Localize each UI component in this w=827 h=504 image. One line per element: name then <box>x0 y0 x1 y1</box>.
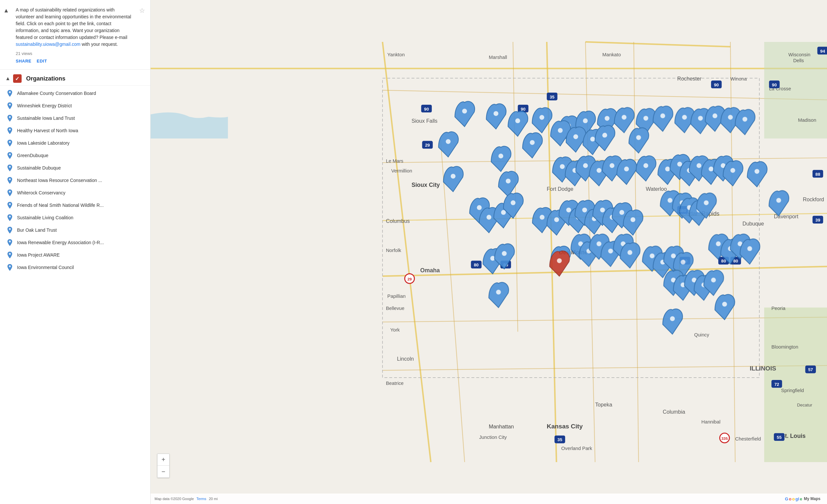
map-container[interactable]: Sioux Falls Yankton Sioux City Marshall … <box>151 0 827 504</box>
org-list-item[interactable]: Friends of Neal Smith National Wildlife … <box>0 199 150 211</box>
svg-text:94: 94 <box>820 49 825 54</box>
svg-point-196 <box>671 253 676 258</box>
svg-text:88: 88 <box>816 172 820 177</box>
svg-text:Norfolk: Norfolk <box>386 248 401 253</box>
svg-point-153 <box>665 166 670 171</box>
svg-text:St. Louis: St. Louis <box>781 433 806 439</box>
edit-link[interactable]: EDIT <box>37 59 47 63</box>
svg-point-192 <box>502 251 507 256</box>
svg-text:Papillian: Papillian <box>387 294 406 299</box>
org-list-item[interactable]: Allamakee County Conservation Board <box>0 87 150 99</box>
svg-point-170 <box>510 200 515 205</box>
svg-point-7 <box>9 179 11 180</box>
svg-point-162 <box>668 198 673 203</box>
org-list-item[interactable]: Sustainable Iowa Land Trust <box>0 112 150 124</box>
svg-point-180 <box>630 217 635 222</box>
svg-text:Dells: Dells <box>793 58 804 63</box>
svg-text:Beatrice: Beatrice <box>386 381 404 386</box>
svg-text:Yankton: Yankton <box>387 52 405 57</box>
google-logo: Google My Maps <box>785 497 820 501</box>
org-list-item[interactable]: GreenDubuque <box>0 149 150 162</box>
google-e-letter: e <box>800 497 802 501</box>
org-list-item[interactable]: Iowa Renewable Energy Association (I-R..… <box>0 236 150 249</box>
svg-text:Hannibal: Hannibal <box>701 419 720 424</box>
svg-text:Wisconsin: Wisconsin <box>788 52 810 57</box>
org-list-item[interactable]: Iowa Lakeside Laboratory <box>0 137 150 149</box>
svg-point-126 <box>583 118 588 123</box>
org-list-item[interactable]: Sustainable Dubuque <box>0 162 150 174</box>
org-name-label: Healthy Harvest of North Iowa <box>17 128 78 133</box>
svg-point-172 <box>554 217 559 222</box>
svg-point-205 <box>496 290 501 295</box>
views-count: 21 views <box>16 51 144 56</box>
svg-text:Columbus: Columbus <box>386 218 410 224</box>
collapse-button[interactable]: ▲ <box>3 7 9 14</box>
org-list-item[interactable]: Healthy Harvest of North Iowa <box>0 124 150 137</box>
svg-point-197 <box>681 260 686 265</box>
favorite-button[interactable]: ☆ <box>139 7 145 14</box>
org-list-item[interactable]: Whiterock Conservancy <box>0 187 150 199</box>
distance-label: 20 mi <box>209 497 218 501</box>
org-list-item[interactable]: Iowa Environmental Council <box>0 261 150 273</box>
org-name-label: Iowa Lakeside Laboratory <box>17 140 69 146</box>
svg-point-5 <box>9 153 11 155</box>
svg-text:Waterloo: Waterloo <box>646 186 667 192</box>
share-link[interactable]: SHARE <box>16 59 32 63</box>
sidebar-header: ▲ ☆ A map of sustainability related orga… <box>0 0 150 70</box>
location-pin-icon <box>7 227 13 233</box>
svg-text:Decatur: Decatur <box>797 403 813 407</box>
svg-text:Rockford: Rockford <box>803 196 824 202</box>
location-pin-icon <box>7 127 13 134</box>
org-list-item[interactable]: Northeast Iowa Resource Conservation ... <box>0 174 150 187</box>
google-gl-letter: gl <box>795 497 799 501</box>
svg-point-135 <box>742 117 747 122</box>
section-collapse-button[interactable]: ▲ <box>5 75 10 82</box>
organizations-section: ▲ Organizations Allamakee County Conserv… <box>0 70 150 275</box>
svg-text:29: 29 <box>425 143 430 148</box>
location-pin-icon <box>7 90 13 97</box>
svg-point-171 <box>540 215 544 219</box>
svg-point-12 <box>9 241 11 243</box>
svg-point-139 <box>558 128 563 133</box>
svg-point-134 <box>728 115 733 120</box>
map-data-text: Map data ©2020 Google <box>154 497 194 501</box>
location-pin-icon <box>7 140 13 146</box>
google-o1-letter: o <box>789 497 792 501</box>
svg-point-137 <box>499 153 503 158</box>
svg-point-202 <box>711 278 716 283</box>
svg-text:Kansas City: Kansas City <box>547 423 583 430</box>
svg-point-177 <box>600 207 605 212</box>
org-list-item[interactable]: Iowa Project AWARE <box>0 249 150 261</box>
org-list-item[interactable]: Sustainable Living Coalition <box>0 211 150 224</box>
map-background: Sioux Falls Yankton Sioux City Marshall … <box>151 0 827 504</box>
svg-text:72: 72 <box>774 382 779 387</box>
org-name-label: Allamakee County Conservation Board <box>17 91 96 96</box>
svg-text:39: 39 <box>816 218 820 222</box>
svg-text:80: 80 <box>733 259 738 263</box>
org-list-item[interactable]: Winneshiek Energy District <box>0 99 150 112</box>
svg-text:90: 90 <box>772 83 777 87</box>
section-checkbox[interactable] <box>13 74 21 83</box>
svg-text:55: 55 <box>777 435 782 440</box>
svg-point-130 <box>660 113 665 118</box>
org-list-item[interactable]: Bur Oak Land Trust <box>0 224 150 236</box>
zoom-in-button[interactable]: + <box>157 454 169 466</box>
terms-link[interactable]: Terms <box>196 497 206 501</box>
org-name-label: Iowa Project AWARE <box>17 252 60 258</box>
svg-text:335: 335 <box>721 436 728 441</box>
email-link[interactable]: sustainability.uiowa@gmail.com <box>16 42 81 47</box>
svg-point-0 <box>9 91 11 93</box>
organization-list: Allamakee County Conservation Board Winn… <box>0 86 150 275</box>
org-name-label: Iowa Renewable Energy Association (I-R..… <box>17 240 104 245</box>
svg-point-154 <box>677 162 682 166</box>
location-pin-icon <box>7 190 13 196</box>
description-text: A map of sustainability related organiza… <box>16 7 135 48</box>
svg-point-146 <box>560 164 565 169</box>
map-footer: Map data ©2020 Google Terms 20 mi Google… <box>151 494 827 504</box>
zoom-out-button[interactable]: − <box>157 466 169 477</box>
svg-text:29: 29 <box>407 277 412 282</box>
org-name-label: Friends of Neal Smith National Wildlife … <box>17 203 104 208</box>
svg-text:Columbia: Columbia <box>663 409 685 415</box>
svg-text:90: 90 <box>424 107 429 112</box>
svg-point-6 <box>9 166 11 168</box>
